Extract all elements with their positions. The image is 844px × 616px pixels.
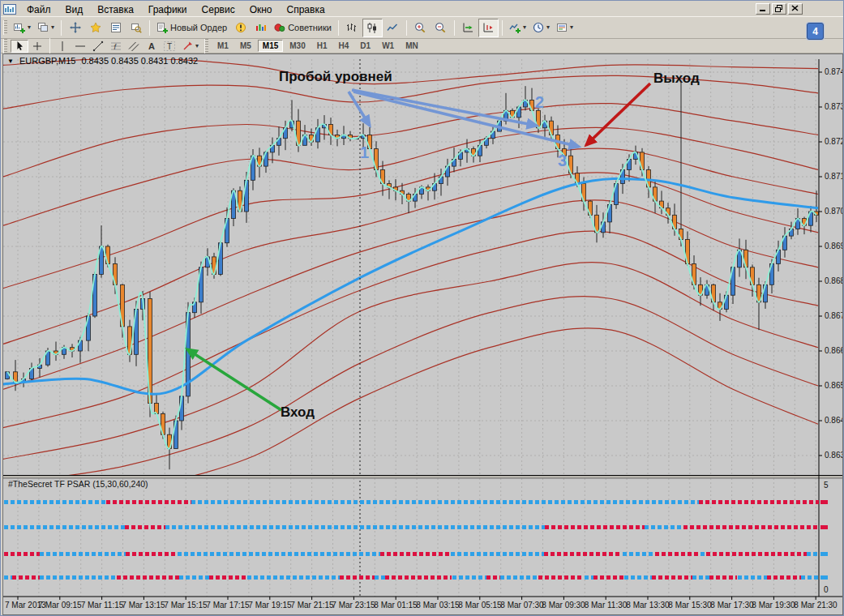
menu-сервис[interactable]: Сервис [195, 3, 242, 16]
minimize-button[interactable] [756, 3, 770, 15]
horizontal-line-button[interactable] [71, 40, 89, 53]
price-axis-label: 0.8715 [825, 172, 843, 181]
toolbar-separator [406, 20, 407, 36]
preview-button[interactable] [126, 19, 146, 37]
psar-row-1-segment-blue [4, 500, 106, 504]
psar-row-4-segment-red [486, 575, 500, 580]
experts-button[interactable]: Советники [271, 19, 335, 37]
psar-row-4-segment-red [652, 575, 692, 580]
psar-row-3-segment-blue [807, 552, 819, 556]
bars-chart-button[interactable] [342, 19, 362, 37]
timeframe-h4-button[interactable]: H4 [334, 40, 354, 52]
trendline-icon [92, 41, 104, 52]
menu-окно[interactable]: Окно [242, 3, 280, 16]
timeframe-mn-button[interactable]: MN [401, 40, 423, 52]
chart-shift-button[interactable] [478, 19, 499, 37]
vertical-line-button[interactable] [54, 40, 71, 53]
psar-row-4-segment-blue [452, 575, 486, 580]
timeframe-m5-button[interactable]: M5 [235, 40, 256, 52]
time-axis-label: 8 Mar 17:30 [710, 601, 753, 610]
psar-row-2-segment-blue [4, 525, 125, 529]
alert-icon [235, 22, 246, 33]
chart-collapse-icon[interactable]: ▼ [7, 58, 14, 65]
psar-row-4-segment-blue [801, 575, 819, 580]
svg-text:A: A [148, 41, 155, 51]
timeframe-d1-button[interactable]: D1 [355, 40, 375, 52]
time-axis-label: 7 Mar 09:15 [38, 601, 81, 610]
menu-файл[interactable]: Файл [19, 3, 58, 16]
periods-button[interactable]: ▾ [529, 19, 553, 37]
chart-ohlc: 0.8435 0.8435 0.8431 0.8432 [81, 56, 198, 66]
psar-row-4-segment-blue [624, 575, 652, 580]
timeframe-m15-button[interactable]: M15 [258, 40, 283, 52]
text-button[interactable]: A [143, 40, 161, 53]
psar-row-3-segment-blue [451, 552, 545, 556]
profiles-button[interactable]: ▾ [34, 19, 58, 37]
candles-chart-button[interactable] [362, 19, 383, 37]
mt4-window: ФайлВидВставкаГрафикиСервисОкноСправка ▾… [0, 0, 844, 616]
zoom-out-button[interactable] [431, 19, 451, 37]
toolbar-grip[interactable] [3, 20, 7, 35]
menu-вид[interactable]: Вид [58, 3, 91, 16]
new-order-button[interactable]: Новый Ордер [153, 19, 230, 37]
crosshair-button[interactable] [28, 40, 46, 53]
fibonacci-button[interactable]: f [107, 40, 125, 53]
new-order-label: Новый Ордер [170, 23, 227, 32]
alerts-button[interactable] [230, 19, 251, 37]
indicator-title: #TheSecret TF PSAR (15,30,60,240) [8, 479, 148, 489]
menu-вставка[interactable]: Вставка [90, 3, 141, 16]
cursor-button[interactable] [11, 40, 28, 53]
chart-canvas[interactable] [3, 54, 842, 614]
custom-indicators-button[interactable] [251, 19, 271, 37]
channel-button[interactable] [125, 40, 143, 53]
toolbar-standard: ▾▾Новый ОрдерСоветники▾▾▾ [1, 16, 843, 39]
timeframe-h1-button[interactable]: H1 [312, 40, 332, 52]
psar-row-3-segment-red [380, 552, 450, 556]
trendline-button[interactable] [89, 40, 107, 53]
price-axis-label: 0.8665 [825, 346, 843, 355]
time-axis-label: 8 Mar 01:15 [374, 601, 417, 610]
community-badge[interactable]: 4 [807, 23, 824, 40]
price-axis-label: 0.8635 [825, 451, 843, 460]
text-label-button[interactable]: T [161, 40, 178, 53]
menu-графики[interactable]: Графики [141, 3, 195, 16]
toolbar-separator [149, 20, 150, 36]
timeframe-m1-button[interactable]: M1 [212, 40, 233, 52]
psar-row-4-segment-blue [4, 575, 12, 580]
psar-row-4-segment-red [538, 575, 584, 580]
svg-text:T: T [167, 41, 172, 50]
price-axis-label: 0.8735 [825, 102, 843, 111]
toolbar-grip[interactable] [204, 39, 208, 53]
psar-row-3-segment-red [544, 552, 622, 556]
indicators-button[interactable]: ▾ [506, 19, 529, 37]
psar-row-4-segment-blue [500, 575, 538, 580]
arrows-button[interactable]: ▾ [178, 40, 202, 53]
psar-row-4-segment-red [12, 575, 40, 580]
close-button[interactable] [788, 3, 803, 15]
chart-title: ▼ EURGBP,M15 0.8435 0.8435 0.8431 0.8432 [7, 56, 198, 66]
line-chart-icon [387, 22, 398, 33]
zoom-in-button[interactable] [410, 19, 431, 37]
price-axis-label: 0.8645 [825, 416, 843, 425]
auto-scroll-button[interactable] [458, 19, 478, 37]
app-icon [3, 3, 16, 14]
psar-row-4-segment-red [767, 575, 801, 580]
line-chart-button[interactable] [383, 19, 403, 37]
timeframe-w1-button[interactable]: W1 [377, 40, 399, 52]
new-chart-button[interactable]: ▾ [11, 19, 34, 37]
restore-button[interactable] [772, 3, 786, 15]
toolbar-separator [61, 20, 62, 36]
chart-window[interactable]: ▼ EURGBP,M15 0.8435 0.8435 0.8431 0.8432… [2, 53, 843, 615]
crosshair-move-button[interactable] [65, 19, 85, 37]
favorites-button[interactable] [85, 19, 105, 37]
toolbar-separator [454, 20, 455, 36]
toolbar-grip[interactable] [3, 39, 7, 53]
templates-button[interactable]: ▾ [553, 19, 576, 37]
menu-справка[interactable]: Справка [280, 3, 332, 16]
psar-row-3-segment-blue [40, 552, 126, 556]
timeframe-m30-button[interactable]: M30 [285, 40, 310, 52]
psar-row-4-segment-blue [585, 575, 593, 580]
time-axis-label: 8 Mar 03:15 [416, 601, 459, 610]
market-watch-button[interactable] [105, 19, 126, 37]
annotation-marker-1: 1 [360, 143, 369, 162]
